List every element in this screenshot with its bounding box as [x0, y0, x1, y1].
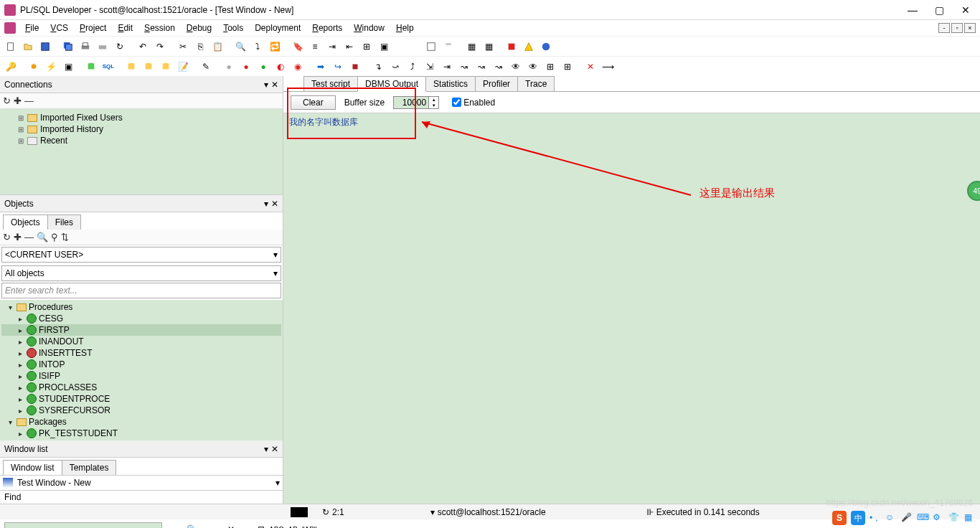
tb-watch2[interactable]: 👁: [525, 59, 541, 75]
menu-help[interactable]: Help: [391, 22, 419, 34]
tb-new[interactable]: [3, 39, 19, 55]
obj-remove-icon[interactable]: —: [24, 232, 34, 242]
spinner-up-icon[interactable]: ▲: [429, 97, 438, 103]
spinner-down-icon[interactable]: ▼: [429, 103, 438, 108]
find-down-icon[interactable]: ▾: [219, 524, 223, 528]
enabled-checkbox[interactable]: Enabled: [452, 98, 495, 108]
obj-tree-item[interactable]: ▸INANDOUT: [1, 336, 281, 347]
mdi-restore[interactable]: ▫: [951, 23, 963, 33]
tb-redo[interactable]: ↷: [152, 39, 168, 55]
menu-project[interactable]: Project: [75, 22, 111, 34]
find-input[interactable]: [4, 522, 162, 528]
find-next-icon[interactable]: ◂: [202, 524, 206, 528]
objects-scope-dropdown[interactable]: All objects▾: [1, 265, 281, 281]
tb-bp-green[interactable]: ●: [255, 59, 271, 75]
chevron-down-icon[interactable]: ▾: [275, 478, 280, 488]
conn-add-icon[interactable]: ✚: [14, 95, 22, 106]
tb-db-yellow1[interactable]: [123, 59, 139, 75]
output-tab[interactable]: DBMS Output: [357, 76, 426, 92]
obj-tree-item[interactable]: ▸ISIFP: [1, 370, 281, 382]
tb-find-next[interactable]: ⤵: [250, 39, 265, 55]
tb-win-arrow[interactable]: ⟶: [600, 59, 616, 75]
windowlist-item[interactable]: Test Window - New ▾: [0, 475, 283, 491]
tb-copy[interactable]: ⎘: [192, 39, 208, 55]
maximize-button[interactable]: ▢: [935, 4, 944, 16]
tb-bp-red[interactable]: ●: [238, 59, 254, 75]
tb-print[interactable]: [77, 39, 93, 55]
output-tab[interactable]: Profiler: [475, 76, 518, 91]
tb-trace1[interactable]: ↝: [456, 59, 472, 75]
tb-db-yellow3[interactable]: [158, 59, 174, 75]
obj-add-icon[interactable]: ✚: [14, 232, 22, 242]
clear-button[interactable]: Clear: [291, 95, 336, 110]
tb-db1[interactable]: [83, 59, 99, 75]
menu-session[interactable]: Session: [139, 22, 180, 34]
tb-uncomment[interactable]: ≡: [307, 39, 323, 55]
find-cancel-icon[interactable]: ✕: [227, 524, 235, 528]
mdi-minimize[interactable]: -: [938, 23, 950, 33]
tb-win1[interactable]: ▦: [463, 39, 479, 55]
obj-tree-item[interactable]: ▸SYSREFCURSOR: [1, 405, 281, 416]
menu-debug[interactable]: Debug: [182, 22, 217, 34]
connections-tree[interactable]: ⊞Imported Fixed Users⊞Imported History⊞R…: [0, 109, 283, 195]
conn-tree-item[interactable]: ⊞Imported Fixed Users: [4, 112, 278, 123]
find-regex-icon[interactable]: "AB": [302, 526, 316, 529]
expand-icon[interactable]: ⊞: [17, 114, 24, 122]
menu-window[interactable]: Window: [349, 22, 390, 34]
ime-tool-icon[interactable]: ▦: [964, 512, 976, 524]
tb-sql[interactable]: SQL: [100, 59, 116, 75]
tb-unindent[interactable]: ⇤: [341, 39, 357, 55]
expand-icon[interactable]: ▸: [17, 326, 24, 334]
tb-bp-toggle[interactable]: ◉: [290, 59, 306, 75]
tb-step-over[interactable]: ⤻: [387, 59, 403, 75]
conn-close-icon[interactable]: ✕: [271, 80, 278, 90]
menu-tools[interactable]: Tools: [218, 22, 248, 34]
ime-emoji-icon[interactable]: ☺: [885, 512, 897, 524]
tb-stop[interactable]: [504, 39, 519, 55]
tb-replace[interactable]: 🔁: [267, 39, 283, 55]
tb-step-end[interactable]: ⇥: [439, 59, 455, 75]
obj-tree-item[interactable]: ▾Packages: [1, 416, 281, 428]
menu-vcs[interactable]: VCS: [45, 22, 73, 34]
expand-icon[interactable]: ▸: [17, 315, 24, 323]
tab-window-list[interactable]: Window list: [3, 460, 62, 475]
tb-bp-cond[interactable]: ◐: [273, 59, 288, 75]
tb-step[interactable]: ↪: [330, 59, 346, 75]
objects-pin-icon[interactable]: ▾: [264, 199, 268, 209]
obj-tree-item[interactable]: ▸PK_TESTSTUDENT: [1, 428, 281, 439]
conn-tree-item[interactable]: ⊞Recent: [4, 135, 278, 146]
mdi-close[interactable]: ×: [964, 23, 976, 33]
find-dropdown-icon[interactable]: ▾: [166, 524, 171, 528]
ime-skin-icon[interactable]: 👕: [948, 512, 960, 524]
tb-trace2[interactable]: ↝: [473, 59, 489, 75]
tab-templates[interactable]: Templates: [62, 460, 117, 475]
ime-mic-icon[interactable]: 🎤: [901, 512, 913, 524]
tb-undo[interactable]: ↶: [135, 39, 151, 55]
menu-deployment[interactable]: Deployment: [250, 22, 306, 34]
obj-tree-item[interactable]: ▸INSERTTEST: [1, 347, 281, 359]
tb-trace3[interactable]: ↝: [491, 59, 507, 75]
tb-save[interactable]: [37, 39, 53, 55]
tb-db-yellow2[interactable]: [141, 59, 156, 75]
ime-cn-icon[interactable]: 中: [851, 511, 865, 525]
tb-step-into[interactable]: ↴: [370, 59, 386, 75]
objects-close-icon[interactable]: ✕: [271, 199, 278, 209]
expand-icon[interactable]: ⊞: [17, 126, 24, 133]
obj-sort-icon[interactable]: ⇅: [61, 232, 69, 242]
tb-exec-db[interactable]: [440, 39, 456, 55]
ime-keyboard-icon[interactable]: ⌨: [917, 512, 928, 524]
obj-find-icon[interactable]: 🔍: [37, 232, 48, 242]
tb-refresh[interactable]: ↻: [112, 39, 128, 55]
tb-cut[interactable]: ✂: [175, 39, 191, 55]
expand-icon[interactable]: ▸: [17, 349, 24, 357]
find-prev-icon[interactable]: 🔍: [187, 524, 197, 528]
tb-step-cursor[interactable]: ⇲: [422, 59, 438, 75]
tb-bookmark[interactable]: 🔖: [290, 39, 306, 55]
tb-save-all[interactable]: [60, 39, 76, 55]
objects-tree[interactable]: ▾Procedures▸CESG▸FIRSTP▸INANDOUT▸INSERTT…: [0, 300, 283, 440]
tb-key[interactable]: 🔑: [3, 59, 19, 75]
ime-settings-icon[interactable]: ⚙: [933, 512, 944, 524]
tab-objects[interactable]: Objects: [3, 214, 48, 230]
tb-info[interactable]: [538, 39, 554, 55]
expand-icon[interactable]: ▸: [17, 407, 24, 415]
